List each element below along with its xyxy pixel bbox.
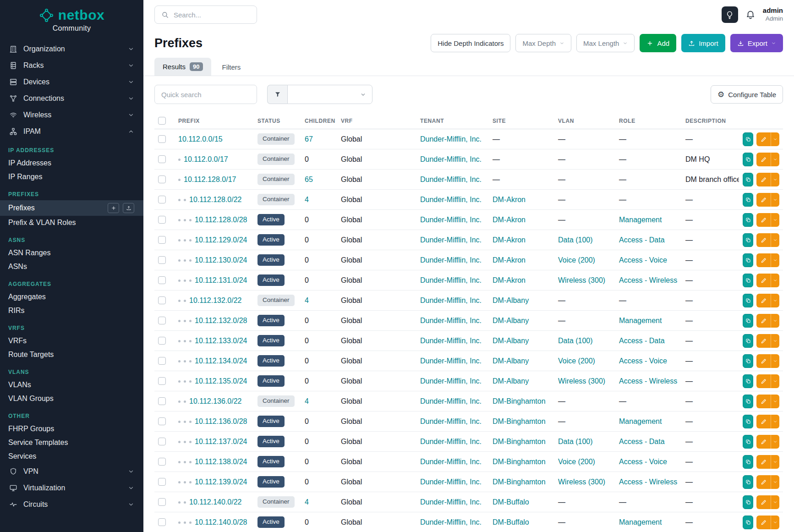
sidebar-item-wireless[interactable]: Wireless — [0, 107, 143, 123]
row-copy-button[interactable] — [743, 495, 753, 509]
row-edit-button[interactable] — [756, 233, 771, 247]
row-edit-button[interactable] — [756, 294, 771, 307]
row-checkbox[interactable] — [158, 458, 166, 466]
site-link[interactable]: DM-Akron — [493, 256, 526, 264]
row-copy-button[interactable] — [743, 435, 753, 449]
site-link[interactable]: DM-Albany — [493, 357, 529, 365]
row-edit-button[interactable] — [756, 475, 771, 489]
row-checkbox[interactable] — [158, 518, 166, 526]
row-checkbox[interactable] — [158, 417, 166, 425]
tenant-link[interactable]: Dunder-Mifflin, Inc. — [420, 176, 482, 183]
sidebar-item-route-targets[interactable]: Route Targets — [0, 348, 143, 362]
prefix-link[interactable]: 10.112.136.0/28 — [195, 417, 247, 425]
sidebar-item-ipam[interactable]: IPAM — [0, 123, 143, 140]
tenant-link[interactable]: Dunder-Mifflin, Inc. — [420, 135, 482, 143]
row-edit-dropdown[interactable] — [771, 455, 779, 469]
tenant-link[interactable]: Dunder-Mifflin, Inc. — [420, 196, 482, 203]
vlan-link[interactable]: Wireless (300) — [558, 377, 605, 385]
sidebar-item-rirs[interactable]: RIRs — [0, 304, 143, 318]
tenant-link[interactable]: Dunder-Mifflin, Inc. — [420, 236, 482, 244]
prefix-link[interactable]: 10.112.132.0/28 — [195, 317, 247, 324]
tenant-link[interactable]: Dunder-Mifflin, Inc. — [420, 317, 482, 324]
select-all-checkbox[interactable] — [158, 117, 166, 125]
sidebar-item-aggregates[interactable]: Aggregates — [0, 290, 143, 304]
children-count-link[interactable]: 4 — [305, 498, 309, 506]
row-edit-button[interactable] — [756, 193, 771, 207]
site-link[interactable]: DM-Albany — [493, 337, 529, 345]
row-checkbox[interactable] — [158, 176, 166, 183]
sidebar-item-prefixes[interactable]: Prefixes — [0, 200, 143, 216]
quick-add-button[interactable] — [108, 203, 119, 213]
sidebar-item-circuits[interactable]: Circuits — [0, 496, 143, 513]
role-link[interactable]: Access - Data — [619, 337, 665, 345]
row-edit-dropdown[interactable] — [771, 213, 779, 227]
row-edit-dropdown[interactable] — [771, 274, 779, 287]
max-depth-dropdown[interactable]: Max Depth — [515, 34, 571, 52]
row-checkbox[interactable] — [158, 135, 166, 143]
row-edit-button[interactable] — [756, 354, 771, 368]
row-edit-button[interactable] — [756, 314, 771, 328]
row-checkbox[interactable] — [158, 276, 166, 284]
row-copy-button[interactable] — [743, 516, 753, 529]
row-edit-dropdown[interactable] — [771, 354, 779, 368]
row-checkbox[interactable] — [158, 155, 166, 163]
row-copy-button[interactable] — [743, 475, 753, 489]
tab-filters[interactable]: Filters — [214, 59, 249, 76]
row-edit-dropdown[interactable] — [771, 132, 779, 146]
site-link[interactable]: DM-Albany — [493, 317, 529, 324]
site-link[interactable]: DM-Akron — [493, 276, 526, 284]
prefix-link[interactable]: 10.112.128.0/28 — [195, 216, 247, 224]
row-copy-button[interactable] — [743, 233, 753, 247]
row-checkbox[interactable] — [158, 377, 166, 385]
sidebar-item-vpn[interactable]: VPN — [0, 463, 143, 480]
global-search-input[interactable] — [174, 11, 250, 19]
row-edit-button[interactable] — [756, 455, 771, 469]
prefix-link[interactable]: 10.112.133.0/24 — [195, 337, 247, 345]
prefix-link[interactable]: 10.112.131.0/24 — [195, 276, 247, 284]
row-checkbox[interactable] — [158, 236, 166, 244]
row-copy-button[interactable] — [743, 314, 753, 328]
row-checkbox[interactable] — [158, 498, 166, 506]
column-header-prefix[interactable]: PREFIX — [175, 112, 254, 129]
row-checkbox[interactable] — [158, 478, 166, 486]
tenant-link[interactable]: Dunder-Mifflin, Inc. — [420, 357, 482, 365]
role-link[interactable]: Access - Voice — [619, 357, 667, 365]
sidebar-item-devices[interactable]: Devices — [0, 74, 143, 90]
site-link[interactable]: DM-Buffalo — [493, 518, 529, 526]
prefix-link[interactable]: 10.112.136.0/22 — [189, 397, 241, 405]
role-link[interactable]: Management — [619, 518, 662, 526]
row-edit-dropdown[interactable] — [771, 173, 779, 186]
site-link[interactable]: DM-Binghamton — [493, 458, 546, 466]
row-edit-button[interactable] — [756, 132, 771, 146]
add-button[interactable]: Add — [640, 34, 676, 52]
row-edit-button[interactable] — [756, 415, 771, 428]
tenant-link[interactable]: Dunder-Mifflin, Inc. — [420, 216, 482, 224]
row-edit-button[interactable] — [756, 274, 771, 287]
sidebar-item-vlans[interactable]: VLANs — [0, 378, 143, 392]
row-copy-button[interactable] — [743, 415, 753, 428]
prefix-link[interactable]: 10.112.0.0/17 — [184, 155, 228, 163]
site-link[interactable]: DM-Binghamton — [493, 397, 546, 405]
row-edit-dropdown[interactable] — [771, 475, 779, 489]
prefix-link[interactable]: 10.112.139.0/24 — [195, 478, 247, 486]
prefix-link[interactable]: 10.112.134.0/24 — [195, 357, 247, 365]
sidebar-item-racks[interactable]: Racks — [0, 57, 143, 74]
row-edit-dropdown[interactable] — [771, 334, 779, 348]
prefix-link[interactable]: 10.112.128.0/17 — [184, 176, 236, 183]
row-checkbox[interactable] — [158, 256, 166, 264]
row-edit-button[interactable] — [756, 495, 771, 509]
prefix-link[interactable]: 10.112.138.0/24 — [195, 458, 247, 466]
tab-results[interactable]: Results 90 — [154, 58, 211, 76]
row-copy-button[interactable] — [743, 455, 753, 469]
tenant-link[interactable]: Dunder-Mifflin, Inc. — [420, 276, 482, 284]
hide-depth-indicators-button[interactable]: Hide Depth Indicators — [431, 34, 510, 52]
row-edit-dropdown[interactable] — [771, 435, 779, 449]
row-edit-button[interactable] — [756, 213, 771, 227]
site-link[interactable]: DM-Binghamton — [493, 417, 546, 425]
vlan-link[interactable]: Voice (200) — [558, 458, 595, 466]
sidebar-item-service-templates[interactable]: Service Templates — [0, 436, 143, 450]
children-count-link[interactable]: 4 — [305, 196, 309, 203]
saved-filter-select[interactable] — [287, 85, 372, 104]
role-link[interactable]: Access - Wireless — [619, 377, 677, 385]
row-copy-button[interactable] — [743, 294, 753, 307]
